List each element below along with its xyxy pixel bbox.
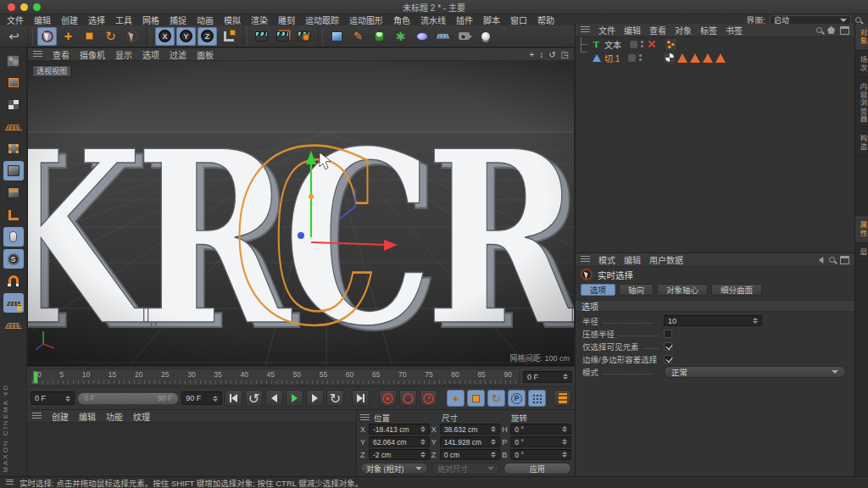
coordinate-menu-icon[interactable]: [360, 414, 370, 422]
add-camera-button[interactable]: [454, 27, 474, 46]
previous-frame-button[interactable]: [265, 390, 283, 407]
viewport-menu-icon[interactable]: [33, 51, 42, 58]
texture-mode-button[interactable]: [3, 95, 24, 114]
am-menu-mode[interactable]: 模式: [598, 253, 615, 266]
add-floor-button[interactable]: [433, 27, 453, 46]
pressure-radius-checkbox[interactable]: [664, 330, 672, 338]
viewport-pan-icon[interactable]: +: [529, 50, 534, 59]
object-menu-icon[interactable]: [581, 26, 590, 34]
add-light-button[interactable]: [476, 27, 495, 46]
search-icon[interactable]: [816, 27, 822, 33]
menu-snap[interactable]: 捕捉: [170, 14, 186, 26]
layer-toggle[interactable]: [630, 41, 637, 48]
current-frame-field[interactable]: 0 F: [523, 371, 572, 383]
viewport-menu-filter[interactable]: 过滤: [170, 48, 186, 61]
soft-selection-button[interactable]: S: [3, 249, 24, 269]
panel-icon[interactable]: [840, 26, 849, 35]
menu-mograph[interactable]: 运动图形: [349, 14, 383, 26]
key-rotation-toggle[interactable]: ↻: [487, 390, 505, 407]
next-key-button[interactable]: ↻: [326, 390, 344, 407]
key-scale-toggle[interactable]: [467, 390, 485, 407]
model-mode-button[interactable]: [3, 73, 24, 92]
render-settings-button[interactable]: [294, 27, 314, 46]
tolerant-selection-checkbox[interactable]: [664, 355, 672, 363]
tab-object-axis[interactable]: 对象轴心: [657, 284, 708, 296]
add-generator-button[interactable]: [370, 27, 389, 46]
workplane-mode-button[interactable]: [3, 117, 24, 136]
rotation-p-field[interactable]: 0 °: [510, 436, 571, 447]
menu-file[interactable]: 文件: [7, 14, 24, 26]
size-x-field[interactable]: 38.632 cm: [440, 424, 501, 435]
edges-mode-button[interactable]: [3, 161, 24, 180]
options-section-header[interactable]: 选项: [576, 300, 854, 312]
am-menu-edit[interactable]: 编辑: [624, 253, 641, 266]
viewport-menu-view[interactable]: 查看: [53, 48, 70, 61]
size-y-field[interactable]: 141.928 cm: [440, 436, 501, 447]
menu-pipeline[interactable]: 流水线: [420, 14, 446, 26]
range-start-stepper[interactable]: [63, 396, 70, 402]
menu-plugins[interactable]: 插件: [456, 14, 473, 26]
position-z-field[interactable]: -2 cm: [369, 449, 430, 460]
solo-animation-button[interactable]: [554, 390, 571, 407]
point-tag-icon[interactable]: [665, 39, 676, 50]
menu-edit[interactable]: 编辑: [34, 14, 51, 26]
scale-tool-button[interactable]: [80, 27, 99, 46]
menu-create[interactable]: 创建: [61, 14, 78, 26]
visibility-dots[interactable]: [641, 41, 643, 47]
viewport-orbit-icon[interactable]: ↺: [548, 50, 555, 59]
tab-options[interactable]: 选项: [581, 284, 615, 296]
object-name-selected[interactable]: 切.1: [604, 52, 620, 64]
lock-workplane-button[interactable]: [3, 293, 24, 313]
material-menu-texture[interactable]: 纹理: [133, 410, 150, 423]
panel-icon[interactable]: [840, 256, 849, 264]
z-axis-lock-button[interactable]: Z: [198, 27, 217, 46]
viewport-canvas[interactable]: 透视视图 网格间距: 100 cm: [28, 61, 574, 366]
disabled-x-icon[interactable]: [648, 41, 655, 47]
menu-sculpt[interactable]: 雕刻: [278, 14, 295, 26]
viewport-menu-cameras[interactable]: 摄像机: [80, 48, 105, 61]
points-mode-button[interactable]: [3, 139, 24, 158]
key-pla-toggle[interactable]: [528, 390, 546, 407]
tab-content-browser-vertical[interactable]: 内容浏览器: [855, 78, 868, 130]
tab-structure-vertical[interactable]: 构造: [855, 130, 868, 157]
last-tool-button[interactable]: [122, 27, 142, 46]
tab-axis[interactable]: 轴向: [619, 284, 654, 296]
home-icon[interactable]: [827, 26, 835, 34]
y-axis-lock-button[interactable]: Y: [176, 27, 196, 46]
undo-button[interactable]: ↩: [4, 27, 24, 46]
key-parameter-toggle[interactable]: P: [508, 390, 526, 407]
goto-end-button[interactable]: [352, 390, 370, 407]
add-field-button[interactable]: [412, 27, 431, 46]
tab-attributes-vertical[interactable]: 属性: [855, 216, 868, 243]
search-icon[interactable]: [855, 17, 861, 23]
selection-tag-icon[interactable]: [715, 53, 726, 63]
om-menu-bookmarks[interactable]: 书签: [726, 24, 743, 36]
position-x-field[interactable]: -18.413 cm: [369, 424, 430, 435]
frame-range-slider[interactable]: 0 F 90 F: [77, 392, 179, 405]
visibility-dots[interactable]: [639, 54, 642, 61]
menu-animate[interactable]: 动画: [197, 14, 214, 26]
selection-tag-icon[interactable]: [677, 53, 687, 63]
render-to-picture-viewer-button[interactable]: [273, 27, 292, 46]
material-menu-create[interactable]: 创建: [52, 410, 69, 423]
range-end-stepper[interactable]: [210, 396, 218, 402]
coordinate-mode-dropdown[interactable]: 对象 (相对): [360, 463, 428, 474]
menu-script[interactable]: 脚本: [483, 14, 500, 26]
menu-select[interactable]: 选择: [88, 14, 105, 26]
timeline-ruler[interactable]: 05 1015 2025 3035 4045 5055 6065 7075 80…: [30, 369, 520, 385]
menu-character[interactable]: 角色: [393, 14, 410, 26]
phong-tag-icon[interactable]: [664, 53, 675, 64]
object-row-extrude[interactable]: 切.1: [576, 51, 854, 64]
play-button[interactable]: [286, 390, 303, 407]
x-axis-lock-button[interactable]: X: [155, 27, 175, 46]
rotation-h-field[interactable]: 0 °: [510, 424, 571, 435]
perspective-viewport[interactable]: 查看 摄像机 显示 选项 过滤 面板 + ↕ ↺ ◳ 透视视图 网格间距: 10…: [27, 47, 575, 367]
polygons-mode-button[interactable]: [3, 183, 24, 202]
add-spline-button[interactable]: ✎: [348, 27, 368, 46]
autokey-button[interactable]: [399, 390, 417, 407]
viewport-zoom-icon[interactable]: ↕: [539, 50, 543, 59]
menu-window[interactable]: 窗口: [510, 14, 527, 26]
size-z-field[interactable]: 0 cm: [440, 449, 501, 460]
range-end-field[interactable]: 90 F: [181, 391, 222, 405]
goto-start-button[interactable]: [225, 390, 242, 407]
